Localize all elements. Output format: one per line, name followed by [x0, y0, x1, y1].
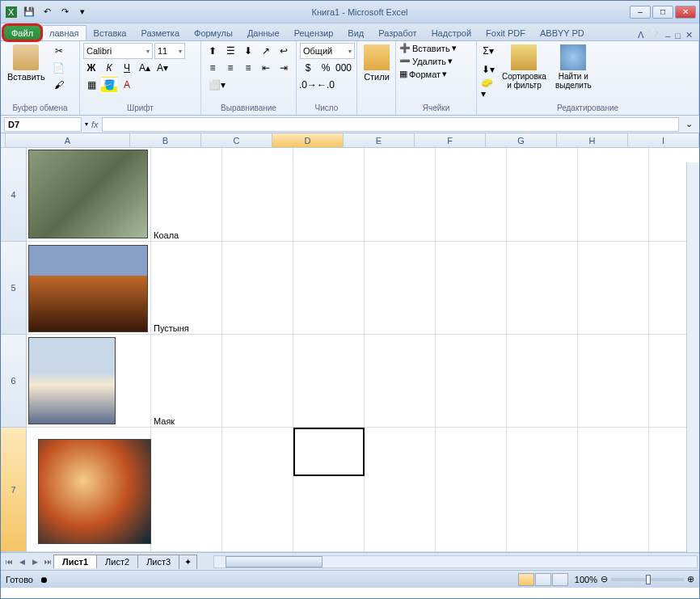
- cells-container[interactable]: Коала Пустыня Маяк: [27, 148, 699, 552]
- tab-file[interactable]: Файл: [4, 25, 40, 40]
- align-middle-icon[interactable]: ☰: [222, 43, 238, 59]
- tab-home[interactable]: лавная: [42, 25, 86, 40]
- cell-B5[interactable]: Пустыня: [151, 242, 222, 335]
- col-header-I[interactable]: I: [628, 133, 699, 148]
- minimize-button[interactable]: –: [630, 6, 651, 19]
- row-header-5[interactable]: 5: [1, 242, 27, 335]
- merge-cells-icon[interactable]: ⬜▾: [205, 77, 230, 93]
- fx-icon[interactable]: fx: [91, 120, 99, 129]
- number-format-combo[interactable]: Общий▾: [300, 43, 355, 59]
- col-header-F[interactable]: F: [415, 133, 486, 148]
- autosum-icon[interactable]: Σ▾: [480, 43, 496, 59]
- zoom-thumb[interactable]: [646, 575, 651, 584]
- excel-icon[interactable]: X: [4, 5, 19, 19]
- maximize-button[interactable]: □: [652, 6, 673, 19]
- page-layout-view-icon[interactable]: [535, 573, 551, 586]
- window-restore-icon[interactable]: □: [675, 31, 681, 40]
- sheet-nav-next-icon[interactable]: ▶: [28, 555, 41, 568]
- increase-decimal-icon[interactable]: .0→: [300, 77, 316, 93]
- qat-customize-icon[interactable]: ▾: [75, 5, 90, 19]
- col-header-A[interactable]: A: [6, 133, 130, 148]
- name-box[interactable]: D7: [4, 117, 82, 132]
- sort-filter-button[interactable]: Сортировка и фильтр: [499, 43, 550, 91]
- format-cells-button[interactable]: ▦Формат ▾: [399, 69, 447, 79]
- expand-formula-icon[interactable]: ⌄: [682, 119, 696, 129]
- image-lighthouse[interactable]: [28, 337, 116, 424]
- vertical-scrollbar[interactable]: [686, 162, 699, 552]
- wrap-text-icon[interactable]: ↩: [276, 43, 292, 59]
- underline-button[interactable]: Ч: [119, 60, 135, 76]
- font-size-combo[interactable]: 11▾: [154, 43, 185, 59]
- sheet-tab-2[interactable]: Лист2: [96, 555, 138, 568]
- save-icon[interactable]: 💾: [22, 5, 36, 19]
- align-right-icon[interactable]: ≡: [240, 60, 256, 76]
- insert-cells-button[interactable]: ➕Вставить ▾: [399, 43, 457, 53]
- tab-abbyy[interactable]: ABBYY PD: [533, 25, 592, 40]
- tab-insert[interactable]: Вставка: [86, 25, 134, 40]
- decrease-indent-icon[interactable]: ⇤: [258, 60, 274, 76]
- tab-layout[interactable]: Разметка: [133, 25, 187, 40]
- window-min-icon[interactable]: –: [665, 31, 670, 40]
- copy-icon[interactable]: 📄: [51, 60, 67, 76]
- tab-data[interactable]: Данные: [240, 25, 287, 40]
- font-color-icon[interactable]: A: [119, 77, 135, 93]
- new-sheet-button[interactable]: ✦: [179, 555, 197, 569]
- zoom-level[interactable]: 100%: [575, 575, 597, 584]
- namebox-dropdown-icon[interactable]: ▾: [85, 120, 88, 128]
- col-header-G[interactable]: G: [486, 133, 557, 148]
- macro-record-icon[interactable]: ⏺: [40, 575, 48, 584]
- zoom-in-icon[interactable]: ⊕: [687, 574, 694, 584]
- align-center-icon[interactable]: ≡: [222, 60, 238, 76]
- shrink-font-icon[interactable]: A▾: [154, 60, 171, 76]
- find-select-button[interactable]: Найти и выделить: [552, 43, 595, 91]
- zoom-slider[interactable]: [611, 578, 684, 581]
- tab-developer[interactable]: Разработ: [371, 25, 424, 40]
- sheet-nav-first-icon[interactable]: ⏮: [2, 555, 15, 568]
- fill-color-icon[interactable]: 🪣: [101, 77, 117, 93]
- row-header-7[interactable]: 7: [1, 428, 27, 552]
- decrease-decimal-icon[interactable]: ←.0: [318, 77, 334, 93]
- help-icon[interactable]: ❔: [649, 30, 660, 40]
- image-jellyfish[interactable]: [38, 439, 151, 544]
- tab-addins[interactable]: Надстрой: [424, 25, 479, 40]
- grow-font-icon[interactable]: A▴: [137, 60, 153, 76]
- window-close-icon[interactable]: ✕: [685, 30, 693, 40]
- align-left-icon[interactable]: ≡: [205, 60, 221, 76]
- font-family-combo[interactable]: Calibri▾: [83, 43, 153, 59]
- col-header-B[interactable]: B: [130, 133, 201, 148]
- align-top-icon[interactable]: ⬆: [205, 43, 221, 59]
- italic-button[interactable]: К: [101, 60, 117, 76]
- tab-foxit[interactable]: Foxit PDF: [479, 25, 533, 40]
- horizontal-scrollbar[interactable]: [213, 555, 698, 568]
- formula-bar[interactable]: [102, 117, 679, 132]
- sheet-tab-1[interactable]: Лист1: [53, 555, 97, 568]
- comma-icon[interactable]: 000: [335, 60, 352, 76]
- fill-icon[interactable]: ⬇▾: [480, 61, 496, 78]
- orientation-icon[interactable]: ↗: [258, 43, 274, 59]
- increase-indent-icon[interactable]: ⇥: [276, 60, 292, 76]
- page-break-view-icon[interactable]: [552, 573, 568, 586]
- normal-view-icon[interactable]: [518, 573, 534, 586]
- row-header-4[interactable]: 4: [1, 148, 27, 242]
- paste-button[interactable]: Вставить: [4, 43, 48, 83]
- bold-button[interactable]: Ж: [83, 60, 99, 76]
- align-bottom-icon[interactable]: ⬇: [240, 43, 256, 59]
- close-button[interactable]: ✕: [675, 6, 696, 19]
- col-header-H[interactable]: H: [557, 133, 628, 148]
- tab-review[interactable]: Рецензир: [287, 25, 341, 40]
- cell-B4[interactable]: Коала: [151, 148, 222, 242]
- delete-cells-button[interactable]: ➖Удалить ▾: [399, 56, 453, 66]
- undo-icon[interactable]: ↶: [40, 5, 54, 19]
- tab-formulas[interactable]: Формулы: [187, 25, 240, 40]
- row-header-6[interactable]: 6: [1, 335, 27, 428]
- redo-icon[interactable]: ↷: [57, 5, 72, 19]
- border-icon[interactable]: ▦: [83, 77, 99, 93]
- col-header-E[interactable]: E: [344, 133, 415, 148]
- sheet-nav-prev-icon[interactable]: ◀: [15, 555, 28, 568]
- col-header-D[interactable]: D: [272, 133, 344, 148]
- image-desert[interactable]: [28, 245, 148, 332]
- cut-icon[interactable]: ✂: [51, 43, 67, 59]
- zoom-out-icon[interactable]: ⊖: [601, 574, 608, 584]
- sheet-tab-3[interactable]: Лист3: [137, 555, 179, 568]
- cell-B7[interactable]: [151, 428, 222, 552]
